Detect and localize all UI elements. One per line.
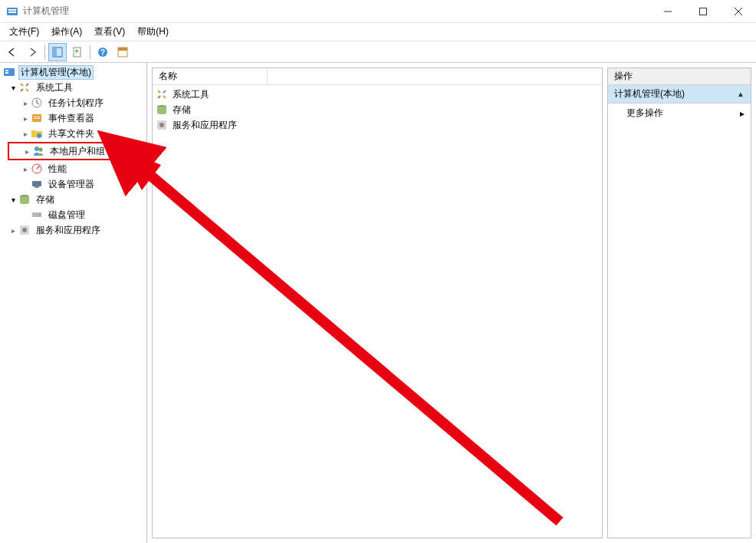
storage-icon [156, 104, 168, 116]
actions-item-more[interactable]: 更多操作 ▸ [608, 104, 751, 123]
toolbar-separator [44, 44, 45, 60]
tree-label: 系统工具 [34, 81, 75, 94]
menubar: 文件(F) 操作(A) 查看(V) 帮助(H) [0, 23, 756, 41]
tree-item-task-scheduler[interactable]: ▸ 任务计划程序 [0, 95, 146, 110]
actions-pane-header: 操作 [608, 68, 751, 85]
svg-rect-26 [35, 186, 39, 188]
menu-file[interactable]: 文件(F) [3, 24, 45, 40]
list-header: 名称 [153, 68, 602, 85]
svg-rect-2 [8, 12, 16, 13]
forward-button[interactable] [23, 43, 41, 61]
svg-rect-25 [32, 181, 41, 186]
actions-group-label: 计算机管理(本地) [614, 87, 685, 100]
tree-label: 服务和应用程序 [34, 224, 103, 237]
tree-item-local-users-groups[interactable]: ▸ 本地用户和组 [9, 143, 142, 159]
menu-action[interactable]: 操作(A) [45, 24, 88, 40]
list-item-storage[interactable]: 存储 [153, 102, 602, 117]
tree-item-device-manager[interactable]: 设备管理器 [0, 176, 146, 192]
expander-icon[interactable]: ▾ [8, 196, 18, 204]
event-log-icon [31, 112, 43, 124]
users-icon [32, 145, 44, 157]
menu-view[interactable]: 查看(V) [88, 24, 131, 40]
actions-group-title[interactable]: 计算机管理(本地) ▲ [608, 85, 751, 104]
svg-rect-8 [53, 48, 57, 57]
list-item-system-tools[interactable]: 系统工具 [153, 87, 602, 102]
export-list-button[interactable] [68, 43, 87, 61]
services-icon [156, 119, 168, 131]
toolbar: ? [0, 41, 756, 63]
tree-item-computer-management[interactable]: 计算机管理(本地) [0, 64, 146, 80]
tree-item-disk-management[interactable]: 磁盘管理 [0, 207, 146, 222]
svg-rect-19 [34, 117, 40, 117]
app-icon [6, 5, 18, 18]
svg-rect-15 [5, 70, 8, 71]
computer-icon [3, 66, 15, 78]
titlebar: 计算机管理 [0, 0, 756, 23]
svg-point-21 [37, 133, 41, 138]
column-header-name[interactable]: 名称 [153, 68, 268, 84]
svg-rect-4 [700, 8, 707, 15]
window-title: 计算机管理 [23, 5, 650, 18]
expander-icon[interactable]: ▸ [20, 165, 31, 173]
list-pane: 名称 系统工具 存储 服务和应用程序 [152, 67, 603, 538]
minimize-button[interactable] [650, 0, 685, 22]
show-hide-tree-button[interactable] [48, 43, 67, 61]
actions-item-label: 更多操作 [626, 107, 663, 120]
tree-label: 设备管理器 [46, 178, 97, 191]
tree-label: 本地用户和组 [48, 145, 107, 158]
expander-icon[interactable]: ▸ [8, 226, 18, 235]
device-icon [31, 178, 43, 190]
svg-point-22 [35, 146, 39, 151]
menu-help[interactable]: 帮助(H) [131, 24, 175, 40]
tree-item-services-apps[interactable]: ▸ 服务和应用程序 [0, 222, 146, 238]
svg-rect-16 [5, 72, 8, 74]
expander-icon[interactable]: ▾ [8, 84, 18, 92]
maximize-button[interactable] [685, 0, 721, 22]
tree-item-storage[interactable]: ▾ 存储 [0, 192, 146, 207]
properties-button[interactable] [113, 43, 132, 61]
svg-text:?: ? [100, 48, 105, 57]
toolbar-separator [90, 44, 90, 60]
svg-point-31 [22, 228, 27, 232]
expander-icon[interactable]: ▸ [20, 130, 31, 138]
list-item-label: 系统工具 [173, 88, 209, 101]
list-item-label: 服务和应用程序 [173, 119, 237, 132]
back-button[interactable] [3, 43, 21, 61]
tree-label: 性能 [46, 163, 69, 176]
expander-icon[interactable]: ▸ [20, 99, 31, 107]
svg-rect-1 [8, 9, 16, 11]
list-item-services-apps[interactable]: 服务和应用程序 [153, 117, 602, 133]
close-button[interactable] [721, 0, 756, 22]
list-body[interactable]: 系统工具 存储 服务和应用程序 [153, 85, 602, 538]
svg-point-23 [39, 148, 43, 152]
tree-item-performance[interactable]: ▸ 性能 [0, 161, 146, 176]
svg-point-29 [39, 214, 41, 216]
expander-icon[interactable]: ▸ [20, 114, 31, 123]
help-button[interactable]: ? [94, 43, 112, 61]
folder-share-icon [31, 127, 43, 140]
tree-label: 任务计划程序 [46, 97, 106, 110]
list-item-label: 存储 [173, 104, 191, 117]
collapse-icon[interactable]: ▲ [737, 90, 744, 98]
tree-item-system-tools[interactable]: ▾ 系统工具 [0, 80, 146, 95]
tree-label: 共享文件夹 [46, 127, 97, 140]
tree-label: 事件查看器 [46, 112, 97, 125]
clock-icon [31, 97, 43, 109]
svg-rect-13 [118, 48, 127, 51]
tree-label: 存储 [34, 193, 57, 206]
highlight-annotation: ▸ 本地用户和组 [8, 142, 143, 160]
tools-icon [156, 88, 168, 100]
expander-icon[interactable]: ▸ [21, 147, 32, 156]
submenu-arrow-icon: ▸ [740, 108, 744, 119]
tree-item-event-viewer[interactable]: ▸ 事件查看器 [0, 110, 146, 126]
performance-icon [31, 163, 43, 175]
tree-label: 磁盘管理 [46, 209, 87, 222]
tree-label: 计算机管理(本地) [18, 65, 94, 80]
services-icon [18, 224, 31, 236]
tree-pane[interactable]: 计算机管理(本地) ▾ 系统工具 ▸ 任务计划程序 ▸ [0, 63, 147, 543]
storage-icon [18, 193, 31, 206]
tree-item-shared-folders[interactable]: ▸ 共享文件夹 [0, 126, 146, 141]
actions-pane: 操作 计算机管理(本地) ▲ 更多操作 ▸ [607, 67, 751, 538]
svg-rect-20 [34, 118, 40, 119]
tools-icon [18, 81, 31, 94]
